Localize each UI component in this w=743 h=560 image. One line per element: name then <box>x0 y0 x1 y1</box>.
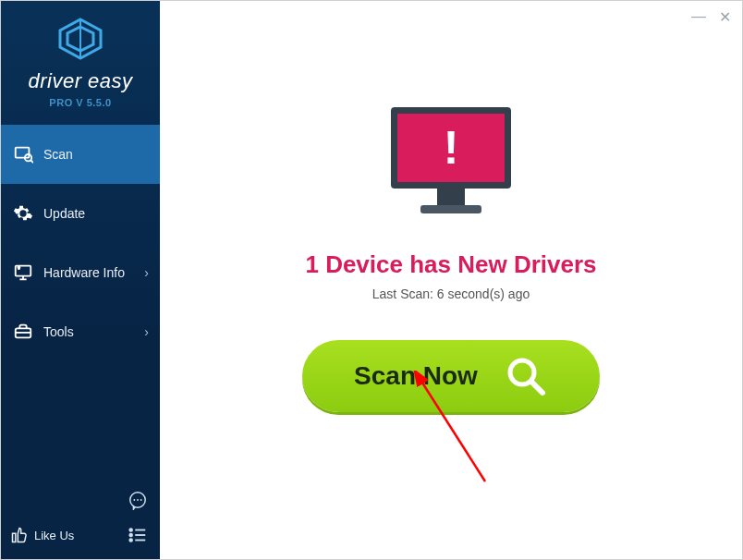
last-scan-text: Last Scan: 6 second(s) ago <box>372 286 530 301</box>
sidebar-item-label: Tools <box>43 324 74 339</box>
svg-rect-25 <box>437 189 465 205</box>
svg-line-29 <box>531 382 542 393</box>
brand-version: PRO V 5.5.0 <box>10 97 151 108</box>
sidebar-item-label: Update <box>43 206 85 221</box>
scan-now-button[interactable]: Scan Now <box>302 340 600 412</box>
like-us-label: Like Us <box>34 529 74 542</box>
svg-point-19 <box>129 539 132 542</box>
minimize-button[interactable]: — <box>691 8 706 26</box>
menu-list-icon[interactable] <box>125 522 151 548</box>
svg-text:!: ! <box>444 122 459 174</box>
chevron-right-icon: › <box>144 265 149 280</box>
main-panel: — ✕ ! 1 Device has New Drivers Last Scan… <box>160 1 742 559</box>
monitor-info-icon: i <box>12 262 34 284</box>
svg-point-14 <box>133 499 135 501</box>
scan-now-label: Scan Now <box>354 361 478 391</box>
svg-rect-26 <box>420 205 481 213</box>
chevron-right-icon: › <box>144 324 149 339</box>
sidebar-item-update[interactable]: Update <box>1 184 160 243</box>
app-logo-icon <box>56 18 104 60</box>
thumbs-up-icon <box>10 526 29 544</box>
feedback-icon[interactable] <box>125 487 151 513</box>
scan-icon <box>12 143 34 165</box>
toolbox-icon <box>12 321 34 343</box>
svg-rect-3 <box>16 148 30 158</box>
like-us-button[interactable]: Like Us <box>10 526 74 544</box>
sidebar-item-scan[interactable]: Scan <box>1 125 160 184</box>
close-button[interactable]: ✕ <box>719 8 731 26</box>
brand-name: driver easy <box>10 69 151 93</box>
sidebar: driver easy PRO V 5.5.0 Scan <box>1 1 160 559</box>
svg-point-15 <box>137 499 139 501</box>
app-window: driver easy PRO V 5.5.0 Scan <box>1 1 742 559</box>
gear-icon <box>12 202 34 225</box>
sidebar-footer: Like Us <box>1 480 160 559</box>
titlebar-controls: — ✕ <box>680 1 742 33</box>
sidebar-item-label: Scan <box>43 147 73 162</box>
sidebar-item-label: Hardware Info <box>43 265 125 280</box>
monitor-alert-icon: ! <box>382 103 520 225</box>
svg-point-16 <box>140 499 142 501</box>
status-graphic: ! 1 Device has New Drivers Last Scan: 6 … <box>302 103 600 412</box>
svg-line-5 <box>30 160 33 163</box>
brand-block: driver easy PRO V 5.5.0 <box>1 1 160 117</box>
svg-point-17 <box>129 529 132 531</box>
sidebar-item-tools[interactable]: Tools › <box>1 302 160 361</box>
sidebar-item-hardware-info[interactable]: i Hardware Info › <box>1 243 160 302</box>
svg-point-18 <box>129 534 132 537</box>
magnifier-icon <box>504 354 548 398</box>
status-headline: 1 Device has New Drivers <box>305 250 596 279</box>
sidebar-nav: Scan Update i <box>1 125 160 480</box>
